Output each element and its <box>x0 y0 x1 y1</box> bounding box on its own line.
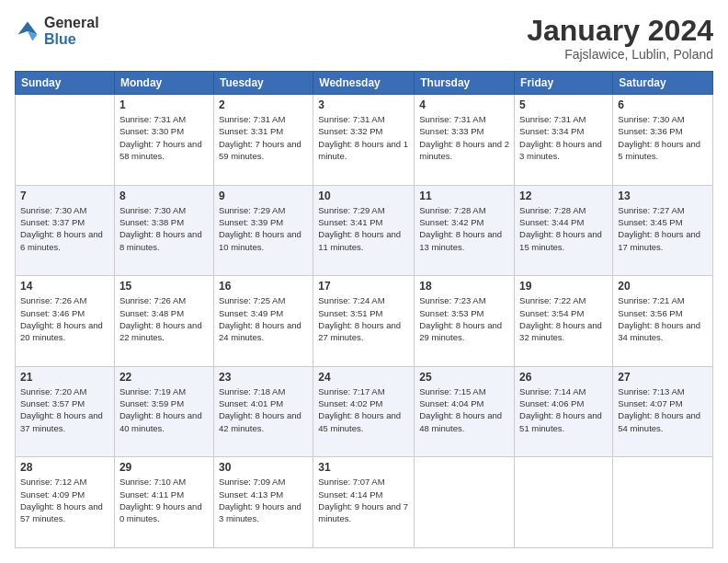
day-number: 10 <box>318 190 409 202</box>
day-number: 30 <box>219 461 308 474</box>
day-info: Sunrise: 7:31 AMSunset: 3:30 PMDaylight:… <box>119 114 202 161</box>
header-thursday: Thursday <box>415 72 515 95</box>
day-info: Sunrise: 7:07 AMSunset: 4:14 PMDaylight:… <box>318 477 408 523</box>
day-number: 7 <box>20 190 109 202</box>
cell-w0-d3: 3Sunrise: 7:31 AMSunset: 3:32 PMDaylight… <box>313 95 415 186</box>
day-number: 27 <box>618 371 708 384</box>
cell-w3-d4: 25Sunrise: 7:15 AMSunset: 4:04 PMDayligh… <box>415 366 515 457</box>
cell-w0-d1: 1Sunrise: 7:31 AMSunset: 3:30 PMDaylight… <box>114 95 213 186</box>
day-info: Sunrise: 7:28 AMSunset: 3:44 PMDaylight:… <box>519 205 602 252</box>
cell-w0-d2: 2Sunrise: 7:31 AMSunset: 3:31 PMDaylight… <box>213 95 313 186</box>
cell-w2-d2: 16Sunrise: 7:25 AMSunset: 3:49 PMDayligh… <box>213 276 313 367</box>
logo-text: General Blue <box>44 15 99 47</box>
day-info: Sunrise: 7:30 AMSunset: 3:36 PMDaylight:… <box>618 114 700 161</box>
cell-w1-d4: 11Sunrise: 7:28 AMSunset: 3:42 PMDayligh… <box>415 185 515 276</box>
day-number: 15 <box>119 280 209 293</box>
header-monday: Monday <box>114 72 213 95</box>
cell-w1-d6: 13Sunrise: 7:27 AMSunset: 3:45 PMDayligh… <box>613 185 713 276</box>
day-info: Sunrise: 7:13 AMSunset: 4:07 PMDaylight:… <box>618 386 700 433</box>
logo: General Blue <box>15 15 99 47</box>
day-number: 5 <box>519 98 608 111</box>
logo-blue-text: Blue <box>44 31 99 48</box>
day-info: Sunrise: 7:29 AMSunset: 3:39 PMDaylight:… <box>219 205 301 252</box>
header-wednesday: Wednesday <box>313 72 415 95</box>
day-info: Sunrise: 7:20 AMSunset: 3:57 PMDaylight:… <box>20 386 103 433</box>
day-info: Sunrise: 7:24 AMSunset: 3:51 PMDaylight:… <box>318 295 401 342</box>
cell-w4-d3: 31Sunrise: 7:07 AMSunset: 4:14 PMDayligh… <box>313 457 415 548</box>
day-number: 16 <box>219 280 308 293</box>
day-info: Sunrise: 7:31 AMSunset: 3:31 PMDaylight:… <box>219 114 301 161</box>
cell-w2-d1: 15Sunrise: 7:26 AMSunset: 3:48 PMDayligh… <box>114 276 213 367</box>
day-number: 11 <box>419 190 509 202</box>
day-info: Sunrise: 7:26 AMSunset: 3:46 PMDaylight:… <box>20 295 103 342</box>
day-number: 21 <box>20 371 109 384</box>
day-info: Sunrise: 7:22 AMSunset: 3:54 PMDaylight:… <box>519 295 602 342</box>
page: General Blue January 2024 Fajslawice, Lu… <box>0 0 728 563</box>
svg-marker-0 <box>18 21 38 34</box>
day-info: Sunrise: 7:28 AMSunset: 3:42 PMDaylight:… <box>419 205 502 252</box>
day-info: Sunrise: 7:14 AMSunset: 4:06 PMDaylight:… <box>519 386 602 433</box>
logo-general-text: General <box>44 15 99 31</box>
cell-w3-d6: 27Sunrise: 7:13 AMSunset: 4:07 PMDayligh… <box>613 366 713 457</box>
cell-w0-d0 <box>16 95 115 186</box>
cell-w4-d1: 29Sunrise: 7:10 AMSunset: 4:11 PMDayligh… <box>114 457 213 548</box>
week-row-1: 7Sunrise: 7:30 AMSunset: 3:37 PMDaylight… <box>16 185 713 276</box>
cell-w4-d2: 30Sunrise: 7:09 AMSunset: 4:13 PMDayligh… <box>213 457 313 548</box>
cell-w1-d0: 7Sunrise: 7:30 AMSunset: 3:37 PMDaylight… <box>16 185 115 276</box>
day-info: Sunrise: 7:10 AMSunset: 4:11 PMDaylight:… <box>119 477 202 523</box>
day-number: 20 <box>618 280 708 293</box>
day-number: 31 <box>318 461 409 474</box>
day-number: 22 <box>119 371 209 384</box>
day-number: 19 <box>519 280 608 293</box>
calendar-table: Sunday Monday Tuesday Wednesday Thursday… <box>15 71 713 548</box>
day-info: Sunrise: 7:17 AMSunset: 4:02 PMDaylight:… <box>318 386 401 433</box>
calendar-body: 1Sunrise: 7:31 AMSunset: 3:30 PMDaylight… <box>16 95 713 548</box>
cell-w4-d0: 28Sunrise: 7:12 AMSunset: 4:09 PMDayligh… <box>16 457 115 548</box>
cell-w2-d4: 18Sunrise: 7:23 AMSunset: 3:53 PMDayligh… <box>415 276 515 367</box>
day-info: Sunrise: 7:29 AMSunset: 3:41 PMDaylight:… <box>318 205 401 252</box>
cell-w3-d3: 24Sunrise: 7:17 AMSunset: 4:02 PMDayligh… <box>313 366 415 457</box>
cell-w2-d0: 14Sunrise: 7:26 AMSunset: 3:46 PMDayligh… <box>16 276 115 367</box>
calendar-header: Sunday Monday Tuesday Wednesday Thursday… <box>16 72 713 95</box>
day-number: 24 <box>318 371 409 384</box>
day-number: 18 <box>419 280 509 293</box>
title-block: January 2024 Fajslawice, Lublin, Poland <box>527 15 713 62</box>
day-info: Sunrise: 7:31 AMSunset: 3:33 PMDaylight:… <box>419 114 509 161</box>
cell-w1-d3: 10Sunrise: 7:29 AMSunset: 3:41 PMDayligh… <box>313 185 415 276</box>
day-info: Sunrise: 7:21 AMSunset: 3:56 PMDaylight:… <box>618 295 700 342</box>
header-sunday: Sunday <box>16 72 115 95</box>
day-number: 8 <box>119 190 209 202</box>
cell-w4-d6 <box>613 457 713 548</box>
cell-w1-d5: 12Sunrise: 7:28 AMSunset: 3:44 PMDayligh… <box>515 185 613 276</box>
day-number: 9 <box>219 190 308 202</box>
day-number: 2 <box>219 98 308 111</box>
day-number: 23 <box>219 371 308 384</box>
day-number: 26 <box>519 371 608 384</box>
day-number: 28 <box>20 461 109 474</box>
header-row: Sunday Monday Tuesday Wednesday Thursday… <box>16 72 713 95</box>
header: General Blue January 2024 Fajslawice, Lu… <box>15 15 713 62</box>
day-number: 14 <box>20 280 109 293</box>
cell-w1-d1: 8Sunrise: 7:30 AMSunset: 3:38 PMDaylight… <box>114 185 213 276</box>
day-info: Sunrise: 7:31 AMSunset: 3:32 PMDaylight:… <box>318 114 408 161</box>
cell-w4-d4 <box>415 457 515 548</box>
cell-w2-d5: 19Sunrise: 7:22 AMSunset: 3:54 PMDayligh… <box>515 276 613 367</box>
day-info: Sunrise: 7:23 AMSunset: 3:53 PMDaylight:… <box>419 295 502 342</box>
day-number: 12 <box>519 190 608 202</box>
day-info: Sunrise: 7:30 AMSunset: 3:38 PMDaylight:… <box>119 205 202 252</box>
cell-w4-d5 <box>515 457 613 548</box>
day-info: Sunrise: 7:31 AMSunset: 3:34 PMDaylight:… <box>519 114 602 161</box>
week-row-2: 14Sunrise: 7:26 AMSunset: 3:46 PMDayligh… <box>16 276 713 367</box>
week-row-0: 1Sunrise: 7:31 AMSunset: 3:30 PMDaylight… <box>16 95 713 186</box>
day-info: Sunrise: 7:15 AMSunset: 4:04 PMDaylight:… <box>419 386 502 433</box>
day-info: Sunrise: 7:25 AMSunset: 3:49 PMDaylight:… <box>219 295 301 342</box>
day-info: Sunrise: 7:27 AMSunset: 3:45 PMDaylight:… <box>618 205 700 252</box>
main-title: January 2024 <box>527 15 713 47</box>
header-friday: Friday <box>515 72 613 95</box>
cell-w2-d3: 17Sunrise: 7:24 AMSunset: 3:51 PMDayligh… <box>313 276 415 367</box>
cell-w3-d1: 22Sunrise: 7:19 AMSunset: 3:59 PMDayligh… <box>114 366 213 457</box>
cell-w3-d0: 21Sunrise: 7:20 AMSunset: 3:57 PMDayligh… <box>16 366 115 457</box>
day-number: 25 <box>419 371 509 384</box>
day-info: Sunrise: 7:30 AMSunset: 3:37 PMDaylight:… <box>20 205 103 252</box>
day-number: 3 <box>318 98 409 111</box>
